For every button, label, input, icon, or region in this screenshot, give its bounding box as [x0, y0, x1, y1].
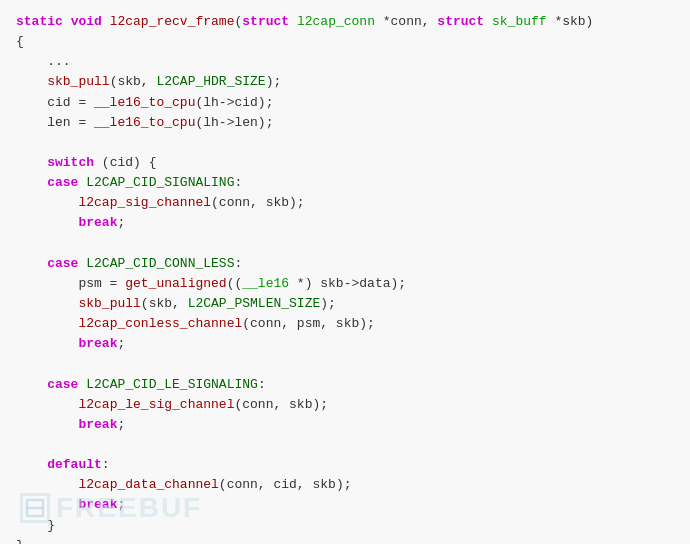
- code-line: }: [16, 516, 674, 536]
- code-line: l2cap_sig_channel(conn, skb);: [16, 193, 674, 213]
- code-line: break;: [16, 334, 674, 354]
- code-block: static void l2cap_recv_frame(struct l2ca…: [16, 12, 674, 544]
- code-line: break;: [16, 213, 674, 233]
- code-container: static void l2cap_recv_frame(struct l2ca…: [0, 0, 690, 544]
- code-line: psm = get_unaligned((__le16 *) skb->data…: [16, 274, 674, 294]
- code-line: l2cap_conless_channel(conn, psm, skb);: [16, 314, 674, 334]
- code-line: len = __le16_to_cpu(lh->len);: [16, 113, 674, 133]
- code-line: skb_pull(skb, L2CAP_HDR_SIZE);: [16, 72, 674, 92]
- code-line: case L2CAP_CID_CONN_LESS:: [16, 254, 674, 274]
- code-line: default:: [16, 455, 674, 475]
- code-line: [16, 234, 674, 254]
- code-line: l2cap_le_sig_channel(conn, skb);: [16, 395, 674, 415]
- code-line: cid = __le16_to_cpu(lh->cid);: [16, 93, 674, 113]
- code-line: switch (cid) {: [16, 153, 674, 173]
- code-line: break;: [16, 415, 674, 435]
- code-line: case L2CAP_CID_SIGNALING:: [16, 173, 674, 193]
- code-line: {: [16, 32, 674, 52]
- code-line: skb_pull(skb, L2CAP_PSMLEN_SIZE);: [16, 294, 674, 314]
- code-line: break;: [16, 495, 674, 515]
- code-line: [16, 435, 674, 455]
- code-line: }: [16, 536, 674, 544]
- code-line: static void l2cap_recv_frame(struct l2ca…: [16, 12, 674, 32]
- code-line: [16, 133, 674, 153]
- code-line: l2cap_data_channel(conn, cid, skb);: [16, 475, 674, 495]
- code-line: [16, 354, 674, 374]
- code-line: case L2CAP_CID_LE_SIGNALING:: [16, 375, 674, 395]
- code-line: ...: [16, 52, 674, 72]
